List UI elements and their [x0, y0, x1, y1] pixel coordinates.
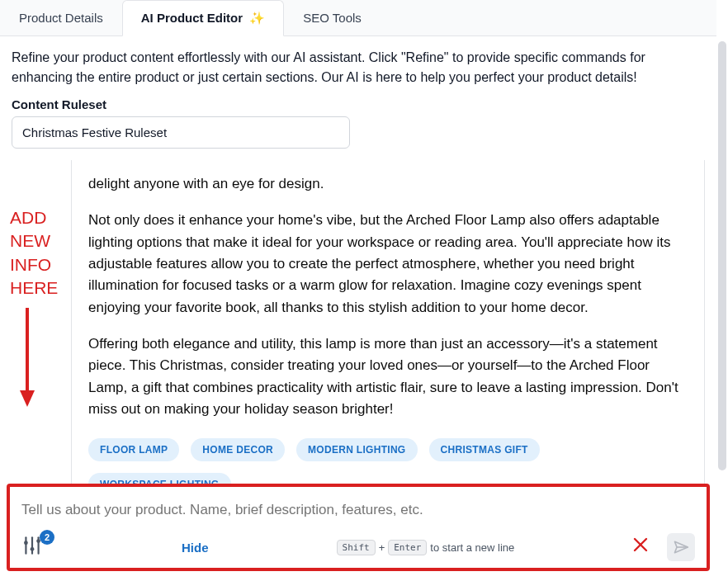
arrow-down-icon: [20, 308, 71, 413]
tag-chip[interactable]: FLOOR LAMP: [88, 438, 179, 461]
close-icon: [632, 536, 649, 553]
prompt-input[interactable]: [21, 497, 695, 533]
kbd-enter: Enter: [388, 540, 427, 555]
sparkle-icon: ✨: [249, 11, 265, 25]
annotation-text: INFO: [10, 253, 71, 276]
page-description: Refine your product content effortlessly…: [0, 36, 716, 97]
filter-count-badge: 2: [40, 530, 54, 545]
tag-chip[interactable]: MODERN LIGHTING: [296, 438, 418, 461]
annotation-text: HERE: [10, 276, 71, 300]
ruleset-select-wrap: Christmas Festive Ruleset: [12, 116, 350, 149]
scrollbar[interactable]: [718, 41, 726, 470]
product-paragraph: delight anyone with an eye for design.: [88, 173, 688, 195]
kbd-plus: +: [379, 541, 385, 554]
send-button[interactable]: [667, 533, 695, 561]
product-content-card: delight anyone with an eye for design. N…: [71, 160, 705, 512]
input-footer: 2 Hide Shift + Enter to start a new line: [21, 533, 695, 561]
product-paragraph: Offering both elegance and utility, this…: [88, 333, 688, 420]
annotation-text: NEW: [10, 229, 71, 253]
tab-label: AI Product Editor: [141, 11, 243, 25]
tabs-bar: Product Details AI Product Editor ✨ SEO …: [0, 0, 716, 36]
settings-button[interactable]: 2: [21, 535, 58, 560]
ruleset-select[interactable]: Christmas Festive Ruleset: [12, 116, 350, 149]
tab-product-details[interactable]: Product Details: [0, 0, 122, 35]
product-paragraph: Not only does it enhance your home's vib…: [88, 210, 688, 319]
tab-seo-tools[interactable]: SEO Tools: [284, 0, 381, 35]
prompt-input-area: 2 Hide Shift + Enter to start a new line: [7, 484, 710, 571]
tag-chip[interactable]: HOME DECOR: [191, 438, 285, 461]
svg-marker-1: [20, 390, 35, 407]
svg-point-6: [31, 547, 35, 551]
tab-ai-product-editor[interactable]: AI Product Editor ✨: [122, 0, 285, 36]
hide-button[interactable]: Hide: [182, 541, 209, 555]
keyboard-hint: Shift + Enter to start a new line: [337, 540, 515, 555]
tag-chip[interactable]: CHRISTMAS GIFT: [429, 438, 540, 461]
ruleset-label: Content Ruleset: [0, 97, 716, 116]
annotation-text: ADD: [10, 206, 71, 229]
kbd-shift: Shift: [337, 540, 376, 555]
clear-button[interactable]: [626, 533, 655, 561]
svg-point-5: [24, 541, 28, 545]
annotation-callout: ADD NEW INFO HERE: [0, 160, 71, 512]
kbd-hint-text: to start a new line: [430, 541, 514, 554]
send-icon: [673, 539, 689, 555]
